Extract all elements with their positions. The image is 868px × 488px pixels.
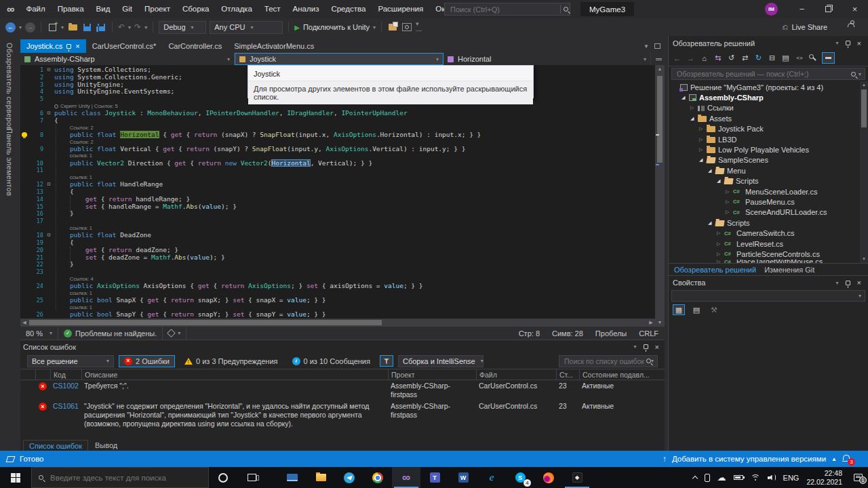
error-search-input[interactable] xyxy=(563,357,646,366)
open-file-button[interactable] xyxy=(67,22,78,32)
clock[interactable]: 22:48 22.02.2021 xyxy=(806,469,842,486)
line-number[interactable]: 17 xyxy=(30,218,43,225)
tree-item[interactable]: Решение "MyGame3" (проекты: 4 из 4) xyxy=(669,82,868,92)
taskbar-app-pc[interactable] xyxy=(278,467,307,488)
code-line[interactable]: 8 public float Horizontal { get { return… xyxy=(20,131,655,139)
pending-changes-icon[interactable]: ↺ xyxy=(727,53,736,63)
menu-item[interactable]: Файл xyxy=(20,0,51,18)
fold-marker-icon[interactable] xyxy=(43,261,54,268)
tree-item[interactable]: ▷Joystick Pack xyxy=(669,124,868,134)
error-row[interactable]: ×CS1061"Joystick" не содержит определени… xyxy=(20,401,665,430)
column-header[interactable]: Состояние подавл... xyxy=(579,369,665,380)
column-header-blank[interactable] xyxy=(20,369,35,380)
column-header-blank[interactable] xyxy=(35,369,50,380)
close-icon[interactable]: × xyxy=(857,39,861,47)
line-number[interactable]: 11 xyxy=(30,167,43,174)
scrollbar-thumb[interactable] xyxy=(657,76,663,163)
search-icon[interactable] xyxy=(851,72,856,77)
line-number[interactable]: 22 xyxy=(30,261,43,268)
alphabetical-icon[interactable]: ▤ xyxy=(690,304,703,315)
tree-item[interactable]: ◢Assets xyxy=(669,113,868,123)
save-all-button[interactable] xyxy=(96,22,106,32)
taskbar-app-word[interactable]: W xyxy=(449,467,477,488)
expand-arrow-icon[interactable]: ▷ xyxy=(726,199,733,205)
menu-item[interactable]: Git xyxy=(116,0,138,18)
fold-marker-icon[interactable]: ⊟ xyxy=(43,181,54,188)
code-line[interactable]: 26 public bool SnapY { get { return snap… xyxy=(20,311,655,319)
pin-icon[interactable] xyxy=(846,281,850,285)
line-indicator[interactable]: Стр: 8 xyxy=(513,329,546,338)
error-search-box[interactable]: ▾ xyxy=(559,355,658,367)
editor-vertical-scrollbar[interactable]: ▲ ▼ xyxy=(655,65,665,327)
toolbar-overflow-button[interactable]: ▾— xyxy=(416,20,422,34)
close-icon[interactable]: × xyxy=(75,43,79,50)
tree-item[interactable]: ▷Low Poly Playable Vehicles xyxy=(669,144,868,155)
collapse-arrow-icon[interactable]: ◢ xyxy=(717,178,724,184)
menu-item[interactable]: Вид xyxy=(90,0,117,18)
navigate-back-button[interactable]: ← xyxy=(5,22,16,33)
fold-marker-icon[interactable] xyxy=(43,160,54,167)
line-number[interactable]: 16 xyxy=(30,210,43,218)
fold-marker-icon[interactable] xyxy=(43,297,54,304)
search-icon[interactable] xyxy=(646,359,651,363)
errors-toggle[interactable]: × 2 Ошибки xyxy=(119,355,175,367)
line-number[interactable]: 10 xyxy=(30,160,43,167)
expand-arrow-icon[interactable]: ▷ xyxy=(726,189,733,195)
fold-marker-icon[interactable] xyxy=(43,196,54,203)
menu-item[interactable]: Отладка xyxy=(215,0,258,18)
collapse-arrow-icon[interactable]: ◢ xyxy=(690,116,698,121)
line-number[interactable]: 7 xyxy=(30,117,43,125)
action-center-button[interactable]: 1 xyxy=(854,474,863,481)
taskbar-search-box[interactable] xyxy=(31,467,209,488)
code-line[interactable]: 6⊟public class Joystick : MonoBehaviour,… xyxy=(20,110,655,117)
menu-item[interactable]: Расширения xyxy=(372,0,429,18)
scroll-right-icon[interactable]: ▶ xyxy=(647,319,655,327)
line-number[interactable]: 24 xyxy=(30,283,43,290)
fold-marker-icon[interactable] xyxy=(43,74,54,81)
taskbar-app-explorer[interactable] xyxy=(307,467,335,488)
fold-marker-icon[interactable] xyxy=(43,239,54,247)
taskbar-app-cortana[interactable] xyxy=(209,467,237,488)
line-number[interactable]: 20 xyxy=(30,247,43,254)
tab-error-list[interactable]: Список ошибок xyxy=(23,440,88,451)
expand-arrow-icon[interactable]: ▷ xyxy=(717,230,724,236)
line-number[interactable]: 5 xyxy=(30,96,43,103)
line-number[interactable]: 18 xyxy=(30,232,43,239)
tree-item[interactable]: ▷C#PlaceTargetWithMouse.cs xyxy=(669,260,868,263)
close-icon[interactable]: × xyxy=(857,279,861,287)
tree-item[interactable]: ▷C#PauseMenu.cs xyxy=(669,197,868,207)
tree-item[interactable]: ▷C#ParticleSceneControls.cs xyxy=(669,249,868,259)
taskbar-search-input[interactable] xyxy=(49,473,201,483)
navigate-forward-button[interactable]: → xyxy=(25,22,35,33)
collapse-arrow-icon[interactable]: ◢ xyxy=(708,168,715,174)
line-number[interactable]: 9 xyxy=(30,146,43,153)
fold-marker-icon[interactable] xyxy=(43,210,54,218)
code-line[interactable]: 22 } xyxy=(20,261,655,268)
fold-marker-icon[interactable] xyxy=(43,146,54,153)
column-header[interactable]: Код xyxy=(50,369,81,380)
tree-scrollbar[interactable]: ▲ ▼ xyxy=(860,81,868,263)
scope-combo[interactable]: Все решение▾ xyxy=(27,355,114,367)
fold-marker-icon[interactable] xyxy=(43,311,54,319)
fold-marker-icon[interactable] xyxy=(43,268,54,276)
document-health[interactable]: ✓ Проблемы не найдены. xyxy=(58,327,163,340)
taskbar-app-internet-explorer[interactable]: e xyxy=(477,467,506,488)
active-files-dropdown-icon[interactable]: ▼ xyxy=(644,43,649,49)
expand-arrow-icon[interactable]: ▷ xyxy=(717,251,724,257)
line-number[interactable]: 1 xyxy=(30,66,43,74)
phone-icon[interactable] xyxy=(705,474,710,482)
attach-to-unity-button[interactable]: Подключить к Unity xyxy=(303,23,370,31)
chevron-down-icon[interactable]: ▾ xyxy=(19,24,22,30)
menu-item[interactable]: Сборка xyxy=(176,0,215,18)
line-number[interactable]: 8 xyxy=(30,131,43,139)
line-number[interactable]: 19 xyxy=(30,239,43,247)
home-icon[interactable]: ⌂ xyxy=(700,53,709,63)
expand-arrow-icon[interactable]: ▷ xyxy=(726,209,733,215)
project-dropdown[interactable]: Assembly-CSharp▾ xyxy=(20,53,235,65)
document-health-options[interactable]: ▾ xyxy=(163,327,186,340)
chevron-up-icon[interactable] xyxy=(693,474,697,481)
filter-button[interactable] xyxy=(380,355,393,367)
quick-search-box[interactable] xyxy=(444,3,570,16)
fold-marker-icon[interactable]: ⊟ xyxy=(43,110,54,117)
column-header[interactable]: Проект xyxy=(388,369,476,380)
